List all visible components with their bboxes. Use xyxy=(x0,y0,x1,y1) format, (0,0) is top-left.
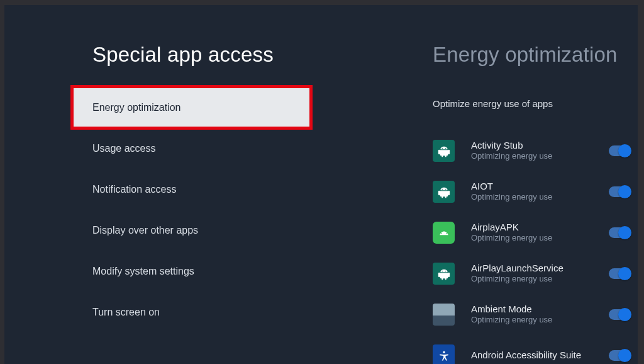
menu-item-modify-system-settings[interactable]: Modify system settings xyxy=(72,251,311,292)
android-icon xyxy=(433,181,455,203)
menu-item-display-over-other-apps[interactable]: Display over other apps xyxy=(72,210,311,251)
toggle-switch[interactable] xyxy=(609,268,630,279)
app-row-airplayapk[interactable]: AirplayAPK Optimizing energy use xyxy=(433,212,630,253)
app-info: AIOT Optimizing energy use xyxy=(471,181,602,203)
app-name: AIOT xyxy=(471,181,602,193)
app-row-activity-stub[interactable]: Activity Stub Optimizing energy use xyxy=(433,130,630,171)
app-list: Activity Stub Optimizing energy use AIOT… xyxy=(379,130,638,364)
app-status: Optimizing energy use xyxy=(471,151,602,162)
toggle-switch[interactable] xyxy=(609,145,630,156)
menu-item-notification-access[interactable]: Notification access xyxy=(72,169,311,210)
app-name: AirPlayLaunchService xyxy=(471,263,602,275)
app-info: Activity Stub Optimizing energy use xyxy=(471,140,602,162)
toggle-switch[interactable] xyxy=(609,186,630,197)
menu-list: Energy optimization Usage access Notific… xyxy=(4,87,379,333)
app-info: AirplayAPK Optimizing energy use xyxy=(471,222,602,244)
menu-item-label: Modify system settings xyxy=(92,266,194,277)
menu-item-label: Display over other apps xyxy=(92,225,198,236)
accessibility-icon xyxy=(433,344,455,364)
app-status: Optimizing energy use xyxy=(471,233,602,244)
app-name: Android Accessibility Suite xyxy=(471,350,602,361)
menu-item-turn-screen-on[interactable]: Turn screen on xyxy=(72,292,311,333)
menu-item-label: Usage access xyxy=(92,143,156,154)
app-name: AirplayAPK xyxy=(471,222,602,234)
app-name: Ambient Mode xyxy=(471,304,602,316)
app-info: Ambient Mode Optimizing energy use xyxy=(471,304,602,326)
toggle-switch[interactable] xyxy=(609,350,630,361)
menu-item-label: Notification access xyxy=(92,184,176,195)
menu-item-label: Energy optimization xyxy=(92,102,181,113)
app-row-android-accessibility-suite[interactable]: Android Accessibility Suite xyxy=(433,335,630,364)
toggle-switch[interactable] xyxy=(609,227,630,238)
photo-icon xyxy=(433,304,455,326)
app-status: Optimizing energy use xyxy=(471,274,602,285)
left-pane-title: Special app access xyxy=(4,43,379,67)
app-name: Activity Stub xyxy=(471,140,602,152)
menu-item-energy-optimization[interactable]: Energy optimization xyxy=(72,87,311,128)
app-row-airplaylaunchservice[interactable]: AirPlayLaunchService Optimizing energy u… xyxy=(433,253,630,294)
settings-screen: Special app access Energy optimization U… xyxy=(4,5,638,364)
app-row-ambient-mode[interactable]: Ambient Mode Optimizing energy use xyxy=(433,294,630,335)
left-pane: Special app access Energy optimization U… xyxy=(4,5,379,364)
app-row-aiot[interactable]: AIOT Optimizing energy use xyxy=(433,171,630,212)
menu-item-usage-access[interactable]: Usage access xyxy=(72,128,311,169)
svg-point-0 xyxy=(443,351,445,353)
toggle-switch[interactable] xyxy=(609,309,630,320)
android-icon xyxy=(433,140,455,162)
android-icon xyxy=(433,222,455,244)
right-pane-title: Energy optimization xyxy=(379,43,638,67)
app-status: Optimizing energy use xyxy=(471,315,602,326)
app-status: Optimizing energy use xyxy=(471,192,602,203)
android-icon xyxy=(433,263,455,285)
right-pane-subtitle: Optimize energy use of apps xyxy=(379,98,638,109)
app-info: AirPlayLaunchService Optimizing energy u… xyxy=(471,263,602,285)
app-info: Android Accessibility Suite xyxy=(471,350,602,361)
right-pane: Energy optimization Optimize energy use … xyxy=(379,5,638,364)
menu-item-label: Turn screen on xyxy=(92,307,160,318)
